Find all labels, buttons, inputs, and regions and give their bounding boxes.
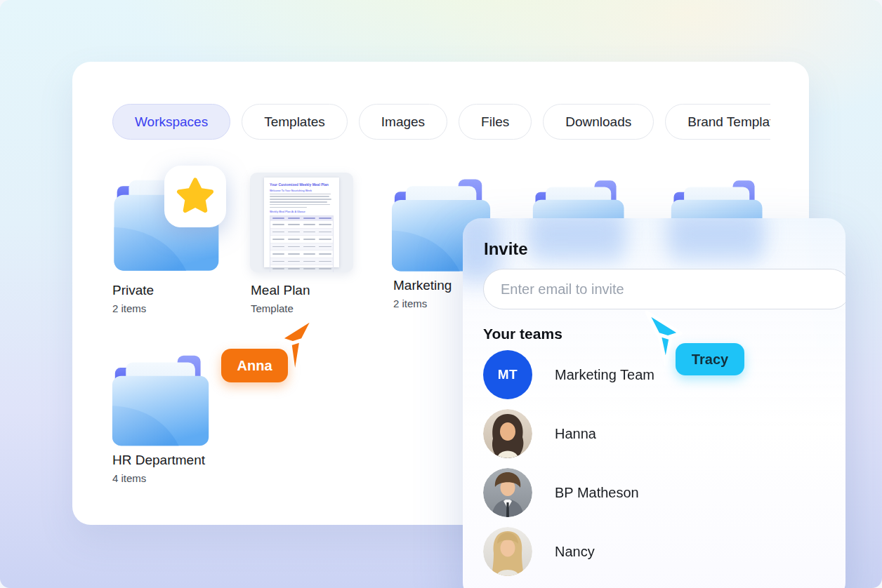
- avatar-bp-matheson: [483, 468, 532, 517]
- team-row-hanna[interactable]: Hanna: [483, 409, 820, 458]
- tab-templates[interactable]: Templates: [242, 104, 348, 140]
- tile-meta-hr-department: 4 items: [112, 472, 146, 484]
- avatar-marketing-team: MT: [483, 350, 532, 399]
- document-page: Your Customized Weekly Meal Plan Welcome…: [264, 178, 339, 267]
- invite-email-input[interactable]: [483, 269, 845, 309]
- tile-name-marketing[interactable]: Marketing: [393, 278, 452, 293]
- tracy-cursor-label: Tracy: [676, 343, 744, 375]
- member-name: BP Matheson: [555, 485, 639, 501]
- tab-bar: Workspaces Templates Images Files Downlo…: [112, 104, 770, 142]
- doc-section-heading: Weekly Meal Plan At A Glance: [270, 211, 334, 213]
- tab-images[interactable]: Images: [359, 104, 447, 140]
- invite-panel-title: Invite: [484, 239, 528, 259]
- tab-downloads[interactable]: Downloads: [543, 104, 654, 140]
- anna-cursor-label: Anna: [221, 349, 288, 382]
- tile-name-meal-plan[interactable]: Meal Plan: [251, 283, 310, 298]
- tab-workspaces[interactable]: Workspaces: [112, 104, 230, 140]
- tile-meta-private: 2 items: [112, 302, 146, 314]
- blur-ghost: [527, 218, 626, 258]
- doc-subtitle: Welcome To Your Nourishing Week: [270, 189, 334, 192]
- tab-files[interactable]: Files: [459, 104, 532, 140]
- document-thumbnail-meal-plan[interactable]: Your Customized Weekly Meal Plan Welcome…: [250, 173, 353, 272]
- your-teams-heading: Your teams: [483, 326, 562, 342]
- tile-name-hr-department[interactable]: HR Department: [112, 453, 205, 468]
- doc-title: Your Customized Weekly Meal Plan: [270, 182, 334, 187]
- folder-icon-hr-department[interactable]: [111, 348, 213, 453]
- star-icon: [174, 175, 216, 218]
- tab-brand-templates[interactable]: Brand Templates: [665, 104, 770, 140]
- doc-table: [270, 215, 334, 272]
- team-row-bp-matheson[interactable]: BP Matheson: [483, 468, 820, 517]
- member-name: Marketing Team: [555, 367, 654, 383]
- team-list: MT Marketing Team: [483, 350, 820, 586]
- blur-ghost: [666, 218, 765, 258]
- invite-panel: Invite Your teams MT Marketing Team: [463, 218, 845, 588]
- favorite-star-badge: [164, 166, 226, 227]
- tile-meta-marketing: 2 items: [393, 298, 427, 309]
- tile-meta-meal-plan: Template: [251, 302, 294, 314]
- screenshot-root: Workspaces Templates Images Files Downlo…: [0, 0, 882, 588]
- member-name: Hanna: [555, 426, 596, 442]
- avatar-hanna: [483, 409, 532, 458]
- avatar-nancy: [483, 527, 532, 576]
- tile-name-private[interactable]: Private: [112, 283, 154, 298]
- member-name: Nancy: [555, 544, 595, 560]
- team-row-nancy[interactable]: Nancy: [483, 527, 820, 576]
